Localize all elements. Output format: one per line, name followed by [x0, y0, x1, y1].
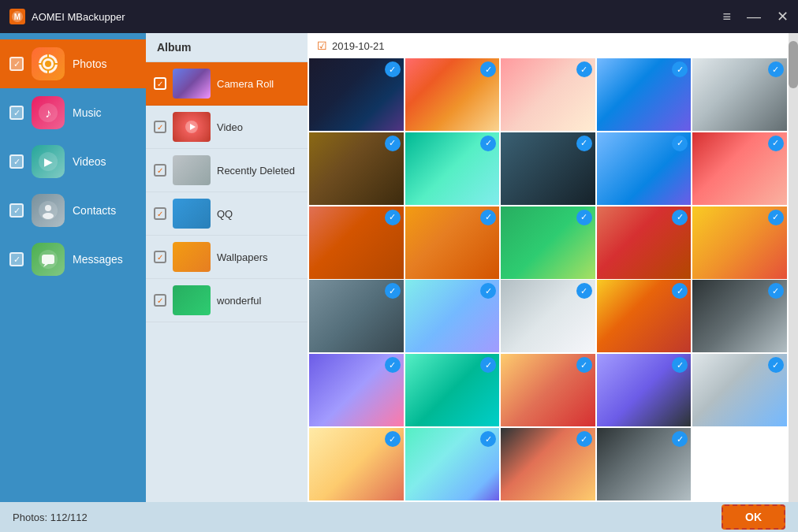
date-header: ☑ 2019-10-21: [308, 33, 789, 58]
album-item-camera-roll[interactable]: ✓ Camera Roll: [146, 62, 308, 106]
photo-cell-12[interactable]: ✓: [405, 206, 500, 279]
photo-check-badge-28: ✓: [576, 431, 592, 447]
photo-cell-14[interactable]: ✓: [597, 206, 692, 279]
photo-cell-17[interactable]: ✓: [405, 280, 500, 352]
photo-cell-2[interactable]: ✓: [405, 58, 500, 131]
video-check[interactable]: ✓: [154, 121, 166, 133]
photo-cell-27[interactable]: ✓: [405, 428, 500, 500]
app-title: AOMEI MBackupper: [32, 11, 125, 23]
photo-cell-1[interactable]: ✓: [309, 58, 404, 131]
photo-cell-21[interactable]: ✓: [309, 354, 404, 426]
photo-cell-10[interactable]: ✓: [692, 132, 787, 205]
camera-roll-label: Camera Roll: [217, 78, 300, 90]
left-sidebar: ✓ Photos ✓: [0, 33, 146, 502]
date-check-icon[interactable]: ☑: [317, 39, 327, 52]
photo-cell-3[interactable]: ✓: [501, 58, 595, 131]
photo-check-badge-18: ✓: [576, 283, 592, 299]
photo-check-badge-8: ✓: [576, 136, 592, 151]
photo-cell-25[interactable]: ✓: [692, 354, 787, 426]
recently-deleted-label: Recently Deleted: [217, 165, 300, 177]
photo-cell-4[interactable]: ✓: [597, 58, 692, 131]
qq-check[interactable]: ✓: [154, 207, 166, 220]
messages-checkbox[interactable]: ✓: [9, 252, 24, 266]
photo-cell-26[interactable]: ✓: [309, 428, 404, 500]
close-icon[interactable]: ✕: [777, 8, 789, 25]
photo-cell-16[interactable]: ✓: [309, 280, 404, 352]
videos-checkbox[interactable]: ✓: [9, 154, 24, 169]
photo-grid: ✓✓✓✓✓✓✓✓✓✓✓✓✓✓✓✓✓✓✓✓✓✓✓✓✓✓✓✓✓: [308, 58, 789, 502]
music-checkbox[interactable]: ✓: [9, 106, 24, 120]
photo-check-badge-19: ✓: [672, 283, 688, 299]
photo-check-badge-23: ✓: [576, 357, 592, 373]
right-scrollbar[interactable]: [789, 33, 798, 502]
photo-check-badge-4: ✓: [672, 61, 688, 77]
photos-checkbox[interactable]: ✓: [9, 57, 24, 71]
photo-cell-20[interactable]: ✓: [692, 280, 787, 352]
photo-check-badge-13: ✓: [576, 210, 592, 225]
photo-cell-5[interactable]: ✓: [692, 58, 787, 131]
photo-cell-28[interactable]: ✓: [501, 428, 595, 500]
photo-cell-9[interactable]: ✓: [597, 132, 692, 205]
photo-check-badge-11: ✓: [385, 210, 401, 225]
album-item-qq[interactable]: ✓ QQ: [146, 192, 308, 236]
photo-check-badge-17: ✓: [480, 283, 496, 299]
svg-point-14: [45, 205, 51, 211]
minimize-icon[interactable]: —: [747, 9, 761, 25]
photo-cell-22[interactable]: ✓: [405, 354, 500, 426]
photo-cell-13[interactable]: ✓: [501, 206, 595, 279]
photo-check-badge-25: ✓: [768, 357, 784, 373]
album-item-recently-deleted[interactable]: ✓ Recently Deleted: [146, 149, 308, 192]
messages-label: Messages: [73, 253, 123, 266]
photo-check-badge-10: ✓: [768, 136, 784, 151]
qq-label: QQ: [217, 208, 300, 220]
title-bar-left: M AOMEI MBackupper: [9, 9, 125, 24]
photo-check-badge-20: ✓: [768, 283, 784, 299]
svg-text:♪: ♪: [45, 106, 51, 120]
sidebar-item-messages[interactable]: ✓ Messages: [0, 235, 146, 284]
contacts-checkbox[interactable]: ✓: [9, 203, 24, 218]
sidebar-item-music[interactable]: ✓ ♪ Music: [0, 88, 146, 137]
album-item-wallpapers[interactable]: ✓ Wallpapers: [146, 236, 308, 279]
album-item-wonderful[interactable]: ✓ wonderful: [146, 279, 308, 322]
status-bar: Photos: 112/112 OK: [0, 502, 798, 532]
recently-deleted-check[interactable]: ✓: [154, 164, 166, 177]
sidebar-item-photos[interactable]: ✓ Photos: [0, 39, 146, 88]
music-label: Music: [73, 106, 102, 119]
photo-cell-18[interactable]: ✓: [501, 280, 595, 352]
photo-check-badge-3: ✓: [576, 61, 592, 77]
wonderful-label: wonderful: [217, 295, 300, 307]
photo-cell-8[interactable]: ✓: [501, 132, 595, 205]
wonderful-check[interactable]: ✓: [154, 294, 166, 307]
photos-thumb: [32, 47, 65, 80]
camera-roll-check[interactable]: ✓: [154, 77, 166, 90]
album-item-video[interactable]: ✓ Video: [146, 106, 308, 149]
title-bar: M AOMEI MBackupper ≡ — ✕: [0, 0, 798, 33]
album-panel: Album ✓ Camera Roll ✓: [146, 33, 308, 502]
photo-cell-29[interactable]: ✓: [597, 428, 692, 500]
video-thumb: [173, 112, 211, 142]
sidebar-item-videos[interactable]: ✓ ▶ Videos: [0, 137, 146, 186]
photo-check-badge-7: ✓: [480, 136, 496, 151]
list-view-icon[interactable]: ≡: [722, 9, 731, 25]
wallpapers-check[interactable]: ✓: [154, 251, 166, 263]
ok-button[interactable]: OK: [722, 504, 785, 530]
photo-cell-6[interactable]: ✓: [309, 132, 404, 205]
photo-count-status: Photos: 112/112: [13, 512, 88, 523]
date-label: 2019-10-21: [332, 40, 385, 52]
photo-check-badge-27: ✓: [480, 431, 496, 447]
messages-thumb: [32, 243, 65, 276]
main-window: ✓ Photos ✓: [0, 33, 798, 532]
album-list: ✓ Camera Roll ✓ Video: [146, 62, 308, 502]
svg-text:M: M: [14, 13, 21, 21]
photo-cell-23[interactable]: ✓: [501, 354, 595, 426]
scrollbar-thumb[interactable]: [789, 41, 798, 88]
photo-cell-11[interactable]: ✓: [309, 206, 404, 279]
sidebar-item-contacts[interactable]: ✓ Contacts: [0, 186, 146, 235]
photo-cell-15[interactable]: ✓: [692, 206, 787, 279]
wallpapers-thumb: [173, 242, 211, 272]
photo-cell-7[interactable]: ✓: [405, 132, 500, 205]
photo-cell-19[interactable]: ✓: [597, 280, 692, 352]
photo-check-badge-16: ✓: [385, 283, 401, 299]
photo-cell-24[interactable]: ✓: [597, 354, 692, 426]
videos-thumb: ▶: [32, 145, 65, 178]
